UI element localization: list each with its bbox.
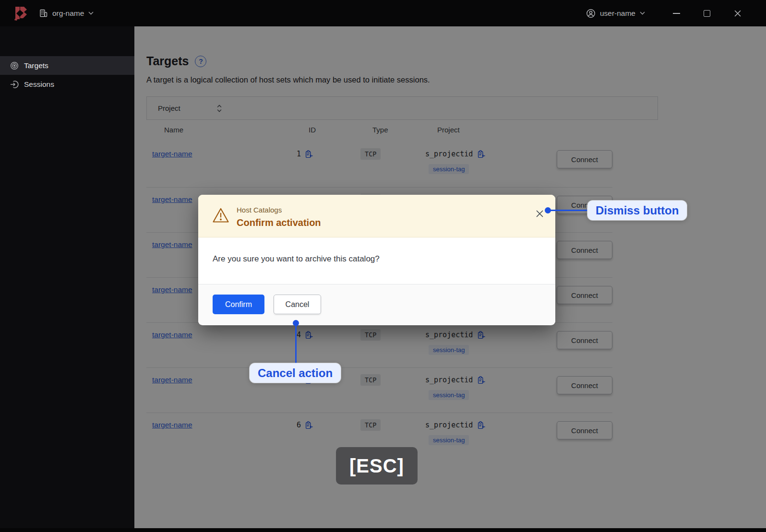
- confirm-dialog: Host Catalogs Confirm activation Are you…: [198, 195, 555, 325]
- user-name-label: user-name: [600, 9, 635, 18]
- sidebar-item-targets[interactable]: Targets: [0, 56, 134, 75]
- cancel-button[interactable]: Cancel: [274, 295, 321, 314]
- chevron-down-icon: [88, 12, 94, 15]
- esc-key-hint: [ESC]: [336, 447, 418, 485]
- target-icon: [10, 61, 19, 70]
- minimize-icon: [673, 13, 680, 14]
- chevron-down-icon: [640, 12, 645, 15]
- dialog-body: Are you sure you want to archive this ca…: [198, 237, 555, 284]
- sidebar-item-label: Targets: [24, 61, 48, 70]
- dialog-context-label: Host Catalogs: [237, 206, 282, 214]
- dialog-title: Confirm activation: [237, 217, 321, 228]
- dismiss-annotation-label: Dismiss button: [587, 201, 687, 220]
- confirm-button[interactable]: Confirm: [213, 295, 264, 314]
- close-icon: [536, 210, 544, 218]
- boundary-logo-icon: [14, 6, 28, 21]
- sidebar: Targets Sessions: [0, 26, 134, 528]
- sidebar-item-label: Sessions: [24, 80, 54, 89]
- maximize-icon: [704, 10, 710, 17]
- close-window-button[interactable]: [730, 5, 746, 22]
- org-name-label: org-name: [52, 9, 84, 18]
- minimize-button[interactable]: [668, 5, 684, 22]
- topbar-right: user-name: [586, 0, 746, 26]
- sidebar-item-sessions[interactable]: Sessions: [0, 75, 134, 94]
- maximize-button[interactable]: [699, 5, 715, 22]
- warning-icon: [212, 207, 229, 224]
- app-window: org-name user-name: [0, 0, 766, 532]
- cancel-annotation-dot: [293, 320, 299, 326]
- user-menu[interactable]: user-name: [586, 9, 645, 18]
- dialog-header: Host Catalogs Confirm activation: [198, 195, 555, 237]
- session-icon: [10, 80, 19, 89]
- dismiss-annotation-dot: [545, 207, 551, 213]
- close-icon: [734, 10, 742, 17]
- cancel-annotation-label: Cancel action: [250, 363, 341, 383]
- topbar: org-name user-name: [0, 0, 766, 26]
- dialog-message: Are you sure you want to archive this ca…: [213, 254, 380, 264]
- dismiss-annotation-line: [548, 210, 592, 211]
- org-icon: [39, 9, 48, 18]
- cancel-annotation-line: [295, 323, 297, 364]
- topbar-left: org-name: [0, 6, 94, 21]
- org-scope-menu[interactable]: org-name: [39, 9, 94, 18]
- dialog-footer: Confirm Cancel: [198, 284, 555, 325]
- user-icon: [586, 9, 596, 18]
